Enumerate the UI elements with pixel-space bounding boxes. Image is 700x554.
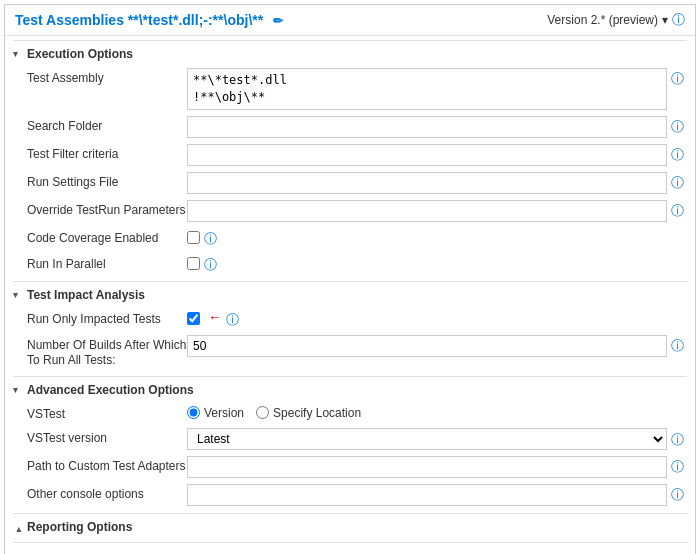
reporting-options-header[interactable]: ▸ Reporting Options [13, 513, 687, 538]
vstest-label: VSTest [27, 404, 187, 421]
code-coverage-control: ⓘ [187, 228, 687, 248]
version-info-icon[interactable]: ⓘ [672, 11, 685, 29]
vstest-row: VSTest Version Specify Location [27, 401, 687, 425]
run-settings-control: ⓘ [187, 172, 687, 194]
test-filter-control: ⓘ [187, 144, 687, 166]
path-adapters-info-icon[interactable]: ⓘ [671, 456, 687, 476]
test-assembly-input[interactable]: **\*test*.dll !**\obj\** [187, 68, 667, 110]
other-console-input[interactable] [187, 484, 667, 506]
vstest-version-radio-label: Version [204, 406, 244, 420]
execution-options-header[interactable]: ▾ Execution Options [13, 40, 687, 65]
footer: ⓘ More Information ↗ [5, 546, 695, 554]
execution-options-triangle: ▾ [13, 49, 23, 59]
run-impacted-row: Run Only Impacted Tests ← ⓘ [27, 306, 687, 332]
vstest-version-row: VSTest version Latest ⓘ [27, 425, 687, 453]
vstest-version-option[interactable]: Version [187, 406, 244, 420]
num-builds-row: Number Of Builds After Which To Run All … [27, 332, 687, 372]
path-adapters-label: Path to Custom Test Adapters [27, 456, 187, 473]
run-settings-info-icon[interactable]: ⓘ [671, 172, 687, 192]
vstest-version-control: Latest ⓘ [187, 428, 687, 450]
test-assembly-row: Test Assembly **\*test*.dll !**\obj\** ⓘ [27, 65, 687, 113]
other-console-control: ⓘ [187, 484, 687, 506]
reporting-options-label: Reporting Options [27, 520, 132, 534]
vstest-version-label: VSTest version [27, 428, 187, 445]
test-filter-info-icon[interactable]: ⓘ [671, 144, 687, 164]
run-impacted-label: Run Only Impacted Tests [27, 309, 187, 326]
page-title-area: Test Assemblies **\*test*.dll;-:**\obj\*… [15, 12, 283, 28]
title-text: Test Assemblies **\*test*.dll;-:**\obj\*… [15, 12, 263, 28]
vstest-version-info-icon[interactable]: ⓘ [671, 429, 687, 449]
run-settings-label: Run Settings File [27, 172, 187, 189]
override-testrun-control: ⓘ [187, 200, 687, 222]
other-console-row: Other console options ⓘ [27, 481, 687, 509]
run-parallel-label: Run In Parallel [27, 254, 187, 271]
test-impact-body: Run Only Impacted Tests ← ⓘ Number Of Bu… [13, 306, 687, 372]
advanced-execution-triangle: ▾ [13, 385, 23, 395]
test-assembly-label: Test Assembly [27, 68, 187, 85]
test-assembly-control: **\*test*.dll !**\obj\** ⓘ [187, 68, 687, 110]
content-area: ▾ Execution Options Test Assembly **\*te… [5, 36, 695, 546]
override-testrun-row: Override TestRun Parameters ⓘ [27, 197, 687, 225]
vstest-location-radio-label: Specify Location [273, 406, 361, 420]
code-coverage-label: Code Coverage Enabled [27, 228, 187, 245]
vstest-version-select[interactable]: Latest [187, 428, 667, 450]
override-testrun-label: Override TestRun Parameters [27, 200, 187, 217]
search-folder-row: Search Folder ⓘ [27, 113, 687, 141]
test-filter-label: Test Filter criteria [27, 144, 187, 161]
override-testrun-input[interactable] [187, 200, 667, 222]
code-coverage-info-icon[interactable]: ⓘ [204, 228, 220, 248]
num-builds-input[interactable] [187, 335, 667, 357]
arrow-annotation: ← [208, 309, 222, 325]
execution-options-body: Test Assembly **\*test*.dll !**\obj\** ⓘ… [13, 65, 687, 277]
vstest-location-radio[interactable] [256, 406, 269, 419]
run-settings-input[interactable] [187, 172, 667, 194]
run-impacted-info-icon[interactable]: ⓘ [226, 309, 242, 329]
advanced-execution-header[interactable]: ▾ Advanced Execution Options [13, 376, 687, 401]
run-impacted-checkbox[interactable] [187, 312, 200, 325]
reporting-options-triangle: ▸ [13, 522, 23, 532]
test-impact-triangle: ▾ [13, 290, 23, 300]
path-adapters-input[interactable] [187, 456, 667, 478]
code-coverage-checkbox[interactable] [187, 231, 200, 244]
num-builds-control: ⓘ [187, 335, 687, 357]
execution-options-label: Execution Options [27, 47, 133, 61]
run-parallel-info-icon[interactable]: ⓘ [204, 254, 220, 274]
vstest-radio-group: Version Specify Location [187, 404, 361, 420]
other-console-label: Other console options [27, 484, 187, 501]
advanced-execution-body: VSTest Version Specify Location [13, 401, 687, 509]
search-folder-label: Search Folder [27, 116, 187, 133]
page-header: Test Assemblies **\*test*.dll;-:**\obj\*… [5, 5, 695, 36]
search-folder-info-icon[interactable]: ⓘ [671, 116, 687, 136]
version-chevron-icon[interactable]: ▾ [662, 13, 668, 27]
run-parallel-control: ⓘ [187, 254, 687, 274]
num-builds-info-icon[interactable]: ⓘ [671, 335, 687, 355]
search-folder-control: ⓘ [187, 116, 687, 138]
path-adapters-control: ⓘ [187, 456, 687, 478]
run-impacted-control: ← ⓘ [187, 309, 687, 329]
override-testrun-info-icon[interactable]: ⓘ [671, 200, 687, 220]
test-assembly-info-icon[interactable]: ⓘ [671, 68, 687, 88]
advanced-execution-label: Advanced Execution Options [27, 383, 194, 397]
test-impact-label: Test Impact Analysis [27, 288, 145, 302]
page-wrapper: Test Assemblies **\*test*.dll;-:**\obj\*… [4, 4, 696, 554]
vstest-control: Version Specify Location [187, 404, 687, 420]
search-folder-input[interactable] [187, 116, 667, 138]
path-adapters-row: Path to Custom Test Adapters ⓘ [27, 453, 687, 481]
num-builds-label: Number Of Builds After Which To Run All … [27, 335, 187, 369]
run-settings-row: Run Settings File ⓘ [27, 169, 687, 197]
version-label: Version 2.* (preview) [547, 13, 658, 27]
vstest-location-option[interactable]: Specify Location [256, 406, 361, 420]
run-parallel-row: Run In Parallel ⓘ [27, 251, 687, 277]
test-filter-input[interactable] [187, 144, 667, 166]
edit-icon[interactable]: ✏ [273, 14, 283, 28]
test-filter-row: Test Filter criteria ⓘ [27, 141, 687, 169]
code-coverage-row: Code Coverage Enabled ⓘ [27, 225, 687, 251]
page-title: Test Assemblies **\*test*.dll;-:**\obj\*… [15, 12, 283, 28]
version-selector: Version 2.* (preview) ▾ ⓘ [547, 11, 685, 29]
test-impact-header[interactable]: ▾ Test Impact Analysis [13, 281, 687, 306]
run-parallel-checkbox[interactable] [187, 257, 200, 270]
other-console-info-icon[interactable]: ⓘ [671, 484, 687, 504]
vstest-version-radio[interactable] [187, 406, 200, 419]
